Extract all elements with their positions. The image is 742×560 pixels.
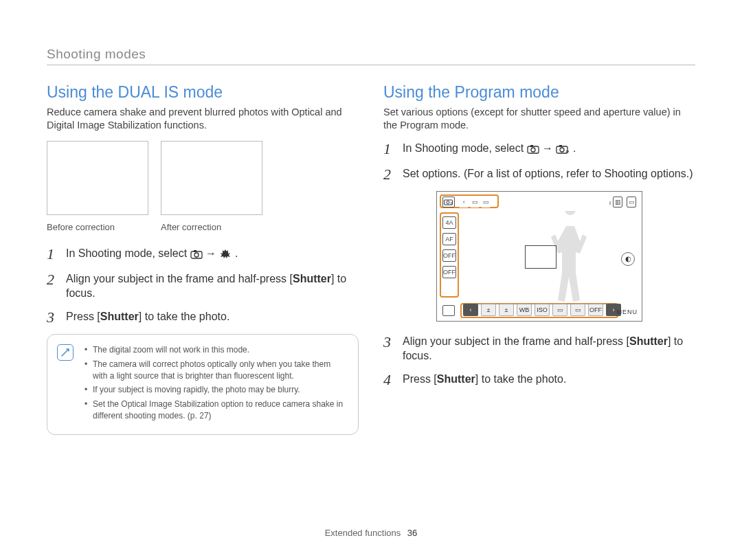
note-icon (57, 344, 74, 361)
exposure-icon: ± (499, 304, 514, 316)
af-icon: AF (442, 233, 456, 245)
right-column: Using the Program mode Set various optio… (383, 83, 695, 435)
note-item: The digital zoom will not work in this m… (85, 344, 347, 356)
step-text: Press [ (403, 373, 437, 385)
section-header: Shooting modes (47, 47, 695, 62)
svg-rect-5 (530, 145, 533, 147)
caption-before: Before correction (47, 222, 148, 232)
setting-off-icon: OFF (588, 304, 603, 316)
svg-text:P: P (451, 201, 453, 205)
caption-row: Before correction After correction (47, 222, 359, 232)
right-step-4: 4 Press [Shutter] to take the photo. (383, 372, 695, 388)
screen-bottom-row: ‹ ± ± WB ISO ▭ ▭ OFF › (463, 304, 621, 316)
left-step-3: 3 Press [Shutter] to take the photo. (47, 309, 359, 326)
figure-before (47, 141, 148, 215)
caption-after: After correction (161, 222, 262, 232)
step-text: In Shooting mode, select (403, 142, 527, 154)
screen-mode-indicator: P (442, 197, 455, 208)
screen-side-icons: 4A AF OFF OFF (442, 216, 456, 278)
left-column: Using the DUAL IS mode Reduce camera sha… (47, 83, 359, 435)
right-steps-top: 1 In Shooting mode, select → P . (383, 141, 695, 183)
step-text: Press [ (66, 311, 100, 322)
shutter-label: Shutter (100, 311, 139, 322)
note-item: Set the Optical Image Stabilization opti… (85, 399, 347, 422)
screen-top-right-icon: ▭ (627, 197, 636, 208)
step-text: Align your subject in the frame and half… (403, 335, 629, 347)
note-item: The camera will correct photos optically… (85, 359, 347, 382)
camera-icon (190, 248, 203, 263)
right-step-3: 3 Align your subject in the frame and ha… (383, 334, 695, 363)
step-text: Shooting options. (604, 168, 689, 179)
svg-point-11 (447, 201, 449, 203)
camera-screen-figure: P ▫ ▭ ▭ ı ▥ ▭ 4A AF OFF OFF ◐ (383, 191, 695, 322)
svg-point-4 (531, 148, 535, 152)
step-text: → (205, 247, 219, 259)
program-mode-icon: P (556, 143, 570, 158)
screen-top-right-icon: ı (609, 197, 611, 208)
svg-point-7 (560, 148, 564, 152)
left-step-1: 1 In Shooting mode, select → . (47, 246, 359, 263)
svg-text:P: P (566, 150, 569, 154)
white-balance-icon: WB (517, 304, 532, 316)
step-number: 4 (383, 372, 394, 388)
flash-auto-icon: 4A (442, 216, 456, 229)
step-text: . (573, 142, 576, 154)
left-intro: Reduce camera shake and prevent blurred … (47, 106, 359, 131)
right-step-1: 1 In Shooting mode, select → P . (383, 141, 695, 158)
note-box: The digital zoom will not work in this m… (47, 334, 359, 435)
right-step-2: 2 Set options. (For a list of options, r… (383, 166, 695, 183)
step-number: 3 (47, 309, 58, 326)
step-text: ) (689, 168, 693, 179)
page-footer: Extended functions 36 (0, 528, 742, 538)
step-text: . (235, 247, 238, 259)
screen-top-icon: ▫ (459, 197, 469, 208)
step-number: 2 (383, 166, 394, 183)
screen-battery-icon: ▥ (613, 197, 622, 208)
right-intro: Set various options (except for shutter … (383, 106, 695, 131)
dual-is-icon (219, 248, 232, 263)
left-title: Using the DUAL IS mode (47, 83, 359, 102)
shutter-label: Shutter (437, 373, 475, 385)
figure-after (161, 141, 262, 215)
step-text: → (542, 142, 556, 154)
step-text: ] to take the photo. (475, 373, 567, 385)
menu-label: MENU (617, 309, 638, 315)
step-text: In Shooting mode, select (66, 247, 190, 259)
camera-screen: P ▫ ▭ ▭ ı ▥ ▭ 4A AF OFF OFF ◐ (436, 191, 642, 322)
step-text: ] to take the photo. (139, 311, 230, 322)
chevron-left-icon: ‹ (463, 304, 478, 316)
left-step-2: 2 Align your subject in the frame and ha… (47, 271, 359, 301)
screen-top-icon: ▭ (470, 197, 480, 208)
footer-page-number: 36 (407, 528, 417, 538)
right-title: Using the Program mode (383, 83, 695, 102)
step-text: Align your subject in the frame and half… (66, 273, 293, 284)
step-number: 1 (47, 246, 58, 262)
metering-icon: ▭ (552, 304, 567, 316)
svg-rect-2 (194, 250, 196, 252)
footer-chapter: Extended functions (325, 528, 401, 538)
exposure-comp-icon: ± (481, 304, 496, 316)
svg-rect-8 (559, 145, 562, 147)
left-steps: 1 In Shooting mode, select → . (47, 246, 359, 326)
step-number: 1 (383, 141, 394, 157)
header-rule (47, 65, 695, 65)
iso-icon: ISO (535, 304, 550, 316)
shutter-label: Shutter (293, 273, 331, 284)
right-steps-bottom: 3 Align your subject in the frame and ha… (383, 334, 695, 388)
note-item: If your subject is moving rapidly, the p… (85, 384, 347, 396)
shutter-label: Shutter (629, 335, 668, 347)
step-number: 2 (47, 271, 58, 288)
step-text: Set options. (For a list of options, ref… (403, 168, 604, 179)
setting-off-icon: OFF (442, 266, 456, 278)
drive-icon: ▭ (570, 304, 585, 316)
timer-off-icon: OFF (442, 249, 456, 262)
svg-point-1 (194, 253, 199, 257)
step-number: 3 (383, 334, 394, 350)
screen-top-icon: ▭ (481, 197, 491, 208)
camera-icon (527, 143, 539, 158)
screen-bottom-left-icon (442, 305, 455, 316)
focus-rectangle (525, 245, 556, 269)
figure-row (47, 141, 359, 215)
screen-right-dial-icon: ◐ (621, 252, 635, 266)
